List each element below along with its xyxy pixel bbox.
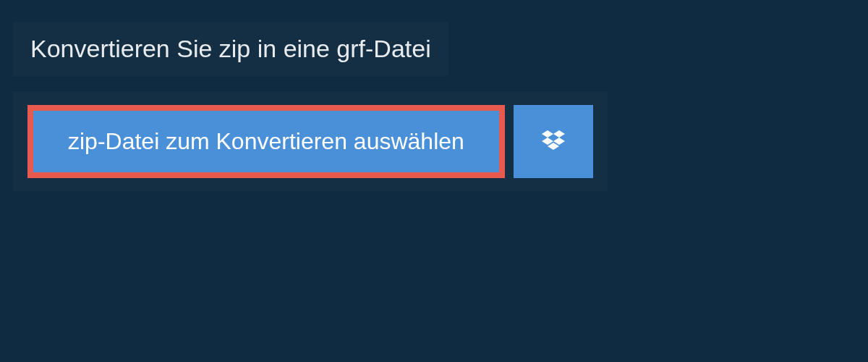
dropbox-button[interactable]: [514, 105, 593, 178]
select-file-button[interactable]: zip-Datei zum Konvertieren auswählen: [27, 105, 505, 178]
dropbox-icon: [539, 127, 568, 156]
page-title: Konvertieren Sie zip in eine grf-Datei: [30, 35, 431, 63]
upload-panel: zip-Datei zum Konvertieren auswählen: [13, 92, 608, 191]
header-bar: Konvertieren Sie zip in eine grf-Datei: [13, 22, 448, 76]
select-file-label: zip-Datei zum Konvertieren auswählen: [68, 128, 464, 155]
